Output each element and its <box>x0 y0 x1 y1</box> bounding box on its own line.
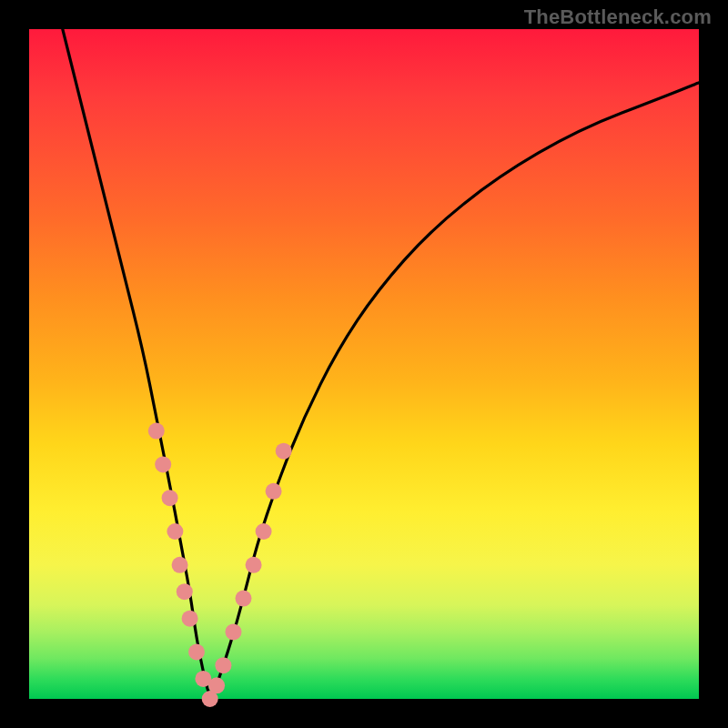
highlight-point <box>167 523 183 540</box>
highlight-point <box>188 644 205 661</box>
bottleneck-curve <box>63 29 699 694</box>
highlight-point <box>155 456 171 472</box>
highlight-point <box>172 557 188 573</box>
highlight-point <box>236 591 252 607</box>
highlight-point <box>162 490 178 506</box>
highlight-point <box>182 611 198 627</box>
highlight-point <box>226 623 242 640</box>
highlight-point <box>276 443 292 460</box>
highlight-point <box>246 557 262 573</box>
highlight-point <box>148 423 165 440</box>
watermark-text: TheBottleneck.com <box>524 5 712 29</box>
highlight-point <box>256 523 272 540</box>
chart-frame: TheBottleneck.com <box>0 0 728 728</box>
highlight-points <box>148 423 292 707</box>
highlight-point <box>208 677 225 693</box>
highlight-point <box>215 657 231 673</box>
highlight-point <box>266 483 282 500</box>
chart-overlay <box>29 29 699 699</box>
highlight-point <box>177 583 193 600</box>
